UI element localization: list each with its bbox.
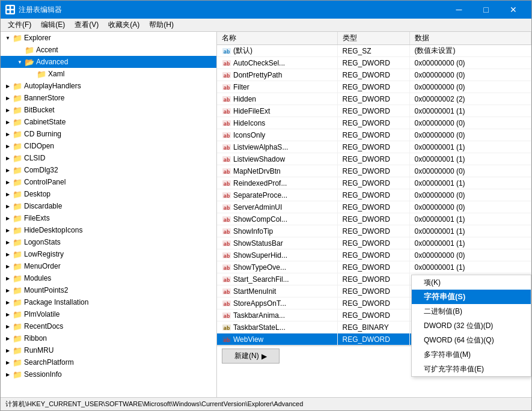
tree-item-mountpoints2[interactable]: ▶ 📁 MountPoints2 xyxy=(1,284,216,296)
tree-item-recentdocs[interactable]: ▶ 📁 RecentDocs xyxy=(1,320,216,332)
context-menu-item-string[interactable]: 字符串值(S) xyxy=(412,290,531,304)
tree-item-packageinstallation[interactable]: ▶ 📁 Package Installation xyxy=(1,296,216,308)
registry-panel[interactable]: 名称 类型 数据 ab (默认)REG_SZ(数值未设置) ab AutoChe… xyxy=(217,32,531,397)
reg-icon: ab xyxy=(222,118,231,128)
table-row[interactable]: ab DontPrettyPathREG_DWORD0x00000000 (0) xyxy=(217,69,531,81)
table-row[interactable]: ab ReindexedProf...REG_DWORD0x00000001 (… xyxy=(217,177,531,189)
table-row[interactable]: ab ListviewShadowREG_DWORD0x00000001 (1) xyxy=(217,153,531,165)
table-row[interactable]: ab IconsOnlyREG_DWORD0x00000000 (0) xyxy=(217,129,531,141)
menu-view[interactable]: 查看(V) xyxy=(70,19,103,31)
folder-icon-cabinetstate: 📁 xyxy=(13,117,22,127)
reg-type-cell: REG_DWORD xyxy=(337,81,409,93)
reg-icon: ab xyxy=(222,142,231,152)
tree-item-plmvolatile[interactable]: ▶ 📁 PlmVolatile xyxy=(1,308,216,320)
tree-panel[interactable]: ▼ 📁 Explorer 📁 Accent ▼ 📂 Advanced 📁 Xam… xyxy=(1,32,217,397)
expand-icon-logonstats: ▶ xyxy=(3,237,13,247)
folder-icon-autoplayhandlers: 📁 xyxy=(13,81,22,91)
svg-text:ab: ab xyxy=(224,337,230,343)
tree-item-modules[interactable]: ▶ 📁 Modules xyxy=(1,272,216,284)
svg-text:ab: ab xyxy=(224,325,230,331)
menu-file[interactable]: 文件(F) xyxy=(3,19,36,31)
tree-item-ribbon[interactable]: ▶ 📁 Ribbon xyxy=(1,332,216,344)
context-menu-item-multistring[interactable]: 多字符串值(M) xyxy=(412,347,531,362)
close-button[interactable]: ✕ xyxy=(500,1,527,19)
tree-item-cabinetstate[interactable]: ▶ 📁 CabinetState xyxy=(1,116,216,128)
reg-name-cell: ab (默认) xyxy=(217,45,337,57)
tree-item-searchplatform[interactable]: ▶ 📁 SearchPlatform xyxy=(1,356,216,368)
new-button[interactable]: 新建(N) ▶ xyxy=(222,349,280,364)
tree-item-autoplayhandlers[interactable]: ▶ 📁 AutoplayHandlers xyxy=(1,80,216,92)
expand-icon-searchplatform: ▶ xyxy=(3,358,13,367)
tree-item-advanced[interactable]: ▼ 📂 Advanced xyxy=(1,56,216,68)
menu-edit[interactable]: 编辑(E) xyxy=(36,19,70,31)
reg-name-cell: ab DontPrettyPath xyxy=(217,69,337,81)
tree-item-explorer[interactable]: ▼ 📁 Explorer xyxy=(1,32,216,44)
reg-icon: ab xyxy=(222,311,231,320)
expand-icon-modules: ▶ xyxy=(3,273,13,283)
tree-item-cidopen[interactable]: ▶ 📁 CIDOpen xyxy=(1,140,216,152)
reg-name-cell: ab ShowInfoTip xyxy=(217,225,337,237)
tree-item-lowregistry[interactable]: ▶ 📁 LowRegistry xyxy=(1,248,216,260)
tree-item-sessioninfo[interactable]: ▶ 📁 SessionInfo xyxy=(1,368,216,380)
reg-type-cell: REG_DWORD xyxy=(337,153,409,165)
table-row[interactable]: ab ShowTypeOve...REG_DWORD0x00000001 (1) xyxy=(217,261,531,273)
svg-rect-1 xyxy=(11,6,14,9)
svg-text:ab: ab xyxy=(224,253,230,259)
tree-item-xaml[interactable]: 📁 Xaml xyxy=(1,68,216,80)
reg-name-label: IconsOnly xyxy=(233,131,265,139)
table-row[interactable]: ab ShowSuperHid...REG_DWORD0x00000000 (0… xyxy=(217,249,531,261)
tree-label-comdlg32: ComDlg32 xyxy=(24,166,58,174)
tree-item-cdburning[interactable]: ▶ 📁 CD Burning xyxy=(1,128,216,140)
context-menu-item-dword[interactable]: DWORD (32 位值)(D) xyxy=(412,318,531,333)
table-row[interactable]: ab HideIconsREG_DWORD0x00000000 (0) xyxy=(217,117,531,129)
reg-icon: ab xyxy=(222,263,231,272)
minimize-button[interactable]: ─ xyxy=(445,1,472,19)
reg-name-cell: ab TaskbarAnima... xyxy=(217,309,337,321)
reg-icon: ab xyxy=(222,106,231,116)
table-row[interactable]: ab FilterREG_DWORD0x00000000 (0) xyxy=(217,81,531,93)
table-row[interactable]: ab ShowInfoTipREG_DWORD0x00000001 (1) xyxy=(217,225,531,237)
tree-item-desktop[interactable]: ▶ 📁 Desktop xyxy=(1,188,216,200)
context-menu-item-key[interactable]: 项(K) xyxy=(412,275,531,290)
tree-item-menuorder[interactable]: ▶ 📁 MenuOrder xyxy=(1,260,216,272)
tree-item-accent[interactable]: 📁 Accent xyxy=(1,44,216,56)
tree-item-controlpanel[interactable]: ▶ 📁 ControlPanel xyxy=(1,176,216,188)
svg-text:ab: ab xyxy=(224,73,230,79)
table-row[interactable]: ab MapNetDrvBtnREG_DWORD0x00000000 (0) xyxy=(217,165,531,177)
tree-item-logonstats[interactable]: ▶ 📁 LogonStats xyxy=(1,236,216,248)
tree-item-clsid[interactable]: ▶ 📁 CLSID xyxy=(1,152,216,164)
tree-item-hidedesktopicons[interactable]: ▶ 📁 HideDesktopIcons xyxy=(1,224,216,236)
tree-item-bitbucket[interactable]: ▶ 📁 BitBucket xyxy=(1,104,216,116)
table-row[interactable]: ab ShowStatusBarREG_DWORD0x00000001 (1) xyxy=(217,237,531,249)
expand-icon-cdburning: ▶ xyxy=(3,129,13,139)
menu-favorites[interactable]: 收藏夹(A) xyxy=(103,19,144,31)
maximize-button[interactable]: □ xyxy=(472,1,500,19)
table-row[interactable]: ab SeparateProce...REG_DWORD0x00000000 (… xyxy=(217,189,531,201)
tree-item-comdlg32[interactable]: ▶ 📁 ComDlg32 xyxy=(1,164,216,176)
menu-help[interactable]: 帮助(H) xyxy=(144,19,179,31)
table-row[interactable]: ab (默认)REG_SZ(数值未设置) xyxy=(217,45,531,57)
table-row[interactable]: ab ServerAdminUIREG_DWORD0x00000000 (0) xyxy=(217,201,531,213)
table-row[interactable]: ab HideFileExtREG_DWORD0x00000001 (1) xyxy=(217,105,531,117)
table-row[interactable]: ab HiddenREG_DWORD0x00000002 (2) xyxy=(217,93,531,105)
tree-item-discardable[interactable]: ▶ 📁 Discardable xyxy=(1,200,216,212)
tree-label-recentdocs: RecentDocs xyxy=(24,322,63,330)
tree-item-bannerstore[interactable]: ▶ 📁 BannerStore xyxy=(1,92,216,104)
reg-name-label: Start_SearchFil... xyxy=(233,275,289,284)
table-row[interactable]: ab AutoCheckSel...REG_DWORD0x00000000 (0… xyxy=(217,57,531,69)
tree-label-bannerstore: BannerStore xyxy=(24,94,64,102)
tree-item-fileexts[interactable]: ▶ 📁 FileExts xyxy=(1,212,216,224)
context-menu-item-binary[interactable]: 二进制值(B) xyxy=(412,304,531,318)
context-menu-item-expandstring[interactable]: 可扩充字符串值(E) xyxy=(412,362,531,376)
tree-item-runmru[interactable]: ▶ 📁 RunMRU xyxy=(1,344,216,356)
table-row[interactable]: ab ShowCompCol...REG_DWORD0x00000001 (1) xyxy=(217,213,531,225)
context-menu-item-qword[interactable]: QWORD (64 位值)(Q) xyxy=(412,333,531,347)
tree-label-packageinstallation: Package Installation xyxy=(24,298,88,306)
table-row[interactable]: ab ListviewAlphaS...REG_DWORD0x00000001 … xyxy=(217,141,531,153)
reg-data-cell: 0x00000001 (1) xyxy=(409,153,531,165)
svg-text:ab: ab xyxy=(224,241,230,247)
tree-label-modules: Modules xyxy=(24,274,51,282)
tree-label-clsid: CLSID xyxy=(24,154,45,162)
reg-name-label: MapNetDrvBtn xyxy=(233,167,281,175)
main-content: ▼ 📁 Explorer 📁 Accent ▼ 📂 Advanced 📁 Xam… xyxy=(1,32,531,397)
